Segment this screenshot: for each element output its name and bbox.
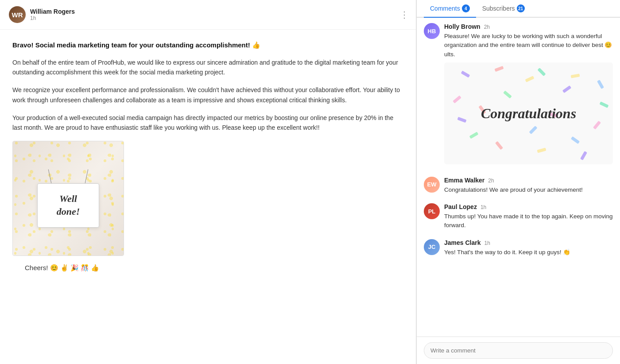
sign-board: Welldone!: [37, 183, 99, 228]
post-author-info: William Rogers 1h: [30, 8, 75, 21]
congratulations-image: Congratulations: [444, 62, 613, 164]
comment-time: 2h: [488, 178, 494, 184]
comment-body: James Clark 1h Yes! That's the way to do…: [444, 239, 613, 257]
post-panel: WR William Rogers 1h ⋮ Bravo! Social med…: [0, 0, 416, 364]
tab-subscribers-label: Subscribers: [482, 5, 515, 12]
comment-text: Congratulations! We are proud of your ac…: [444, 186, 613, 194]
tab-subscribers[interactable]: Subscribers 21: [476, 0, 531, 17]
comment-time: 1h: [480, 204, 486, 210]
comment-input-area: [417, 337, 620, 364]
tab-comments[interactable]: Comments 4: [424, 0, 476, 18]
tabs-header: Comments 4 Subscribers 21: [417, 0, 620, 18]
post-header: WR William Rogers 1h ⋮: [0, 0, 416, 30]
subscribers-badge: 21: [517, 4, 525, 12]
post-time: 1h: [30, 15, 75, 21]
comment-time: 2h: [484, 24, 490, 30]
comment-author: Paul Lopez: [444, 203, 477, 210]
post-content: Bravo! Social media marketing team for y…: [0, 30, 416, 283]
comments-badge: 4: [462, 4, 470, 12]
comment-item: EW Emma Walker 2h Congratulations! We ar…: [424, 177, 613, 194]
comment-avatar: JC: [424, 239, 440, 255]
comment-header: Paul Lopez 1h: [444, 203, 613, 210]
comment-header: Emma Walker 2h: [444, 177, 613, 184]
post-paragraph-3: Your production of a well-executed socia…: [12, 113, 403, 133]
post-image-container: Welldone!: [12, 141, 403, 256]
comment-body: Emma Walker 2h Congratulations! We are p…: [444, 177, 613, 194]
comments-list: HB Holly Brown 2h Pleasure! We are lucky…: [417, 18, 620, 337]
well-done-image: Welldone!: [13, 141, 124, 256]
post-image: Welldone!: [12, 141, 124, 256]
comment-avatar: HB: [424, 23, 440, 39]
congratulations-text: Congratulations: [481, 105, 576, 122]
comment-author: Holly Brown: [444, 23, 480, 30]
right-panel: Comments 4 Subscribers 21 HB Holly Brown…: [416, 0, 620, 364]
comment-author: James Clark: [444, 239, 481, 246]
comment-item: JC James Clark 1h Yes! That's the way to…: [424, 239, 613, 257]
comment-text: Yes! That's the way to do it. Keep it up…: [444, 248, 613, 257]
author-avatar: WR: [9, 6, 26, 23]
comment-time: 1h: [484, 240, 490, 246]
comment-header: Holly Brown 2h: [444, 23, 613, 30]
comment-text: Thumbs up! You have made it to the top a…: [444, 212, 613, 230]
comment-text: Pleasure! We are lucky to be working wit…: [444, 32, 613, 59]
comment-input[interactable]: [424, 342, 613, 359]
comment-avatar: PL: [424, 203, 440, 219]
post-footer: Cheers! 😊 ✌️ 🎉 🎊 👍: [12, 264, 403, 272]
comment-author: Emma Walker: [444, 177, 484, 184]
post-paragraph-2: We recognize your excellent performance …: [12, 85, 403, 105]
comment-body: Holly Brown 2h Pleasure! We are lucky to…: [444, 23, 613, 168]
comment-body: Paul Lopez 1h Thumbs up! You have made i…: [444, 203, 613, 230]
comment-item: HB Holly Brown 2h Pleasure! We are lucky…: [424, 23, 613, 168]
post-title: Bravo! Social media marketing team for y…: [12, 40, 403, 50]
post-paragraph-1: On behalf of the entire team of ProofHub…: [12, 58, 403, 77]
more-options-button[interactable]: ⋮: [400, 10, 409, 19]
sign-text: Welldone!: [57, 193, 80, 218]
comment-header: James Clark 1h: [444, 239, 613, 246]
sign-hang: Welldone!: [37, 169, 99, 228]
post-body: On behalf of the entire team of ProofHub…: [12, 58, 403, 133]
comment-item: PL Paul Lopez 1h Thumbs up! You have mad…: [424, 203, 613, 230]
post-author-name: William Rogers: [30, 8, 75, 15]
comment-avatar: EW: [424, 177, 440, 193]
tab-comments-label: Comments: [430, 5, 460, 12]
